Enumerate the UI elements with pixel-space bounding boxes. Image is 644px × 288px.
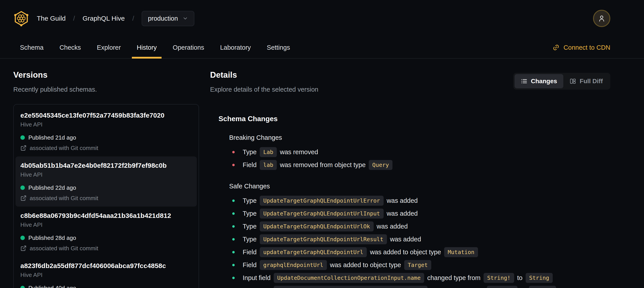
change-text: Input field <box>243 287 270 288</box>
change-text: Field <box>243 261 256 269</box>
tab-schema[interactable]: Schema <box>15 37 48 58</box>
full-diff-view-button[interactable]: Full Diff <box>563 74 609 88</box>
version-hash: e2e55045345ce13fe07f52a77459b83fa3fe7020 <box>20 112 192 119</box>
tab-settings[interactable]: Settings <box>262 37 295 58</box>
code-badge: UpdateTargetGraphQLEndpointUrlError <box>260 196 384 206</box>
schema-change-item: TypeLabwas removed <box>232 146 610 159</box>
change-text: to <box>517 274 522 281</box>
tab-label: Operations <box>173 44 204 51</box>
git-commit-link[interactable]: associated with Git commit <box>20 195 192 201</box>
link-icon <box>552 44 560 51</box>
hive-logo-icon[interactable] <box>13 10 29 27</box>
safe-changes-title: Safe Changes <box>218 183 610 190</box>
tab-label: History <box>137 44 157 51</box>
breaking-bullet-icon <box>232 164 235 166</box>
code-badge: UpdateDocumentCollectionOperationInput.n… <box>274 273 424 283</box>
tab-label: Explorer <box>97 44 121 51</box>
version-status: Published 22d ago <box>20 184 192 191</box>
change-text: was added <box>387 210 418 217</box>
published-text: Published 21d ago <box>28 134 76 141</box>
main-nav: SchemaChecksExplorerHistoryOperationsLab… <box>0 37 644 59</box>
version-card[interactable]: a823f6db2a55df877dcf406006abca97fcc4858c… <box>16 257 197 288</box>
tab-history[interactable]: History <box>132 37 162 58</box>
changes-view-button[interactable]: Changes <box>514 74 563 88</box>
connect-to-cdn-label: Connect to CDN <box>564 44 610 51</box>
safe-bullet-icon <box>232 238 235 240</box>
user-menu-button[interactable] <box>593 10 610 27</box>
columns-icon <box>570 78 576 85</box>
change-text: Type <box>243 223 256 230</box>
tab-explorer[interactable]: Explorer <box>92 37 126 58</box>
version-service: Hive API <box>20 272 192 278</box>
versions-subtitle: Recently published schemas. <box>13 85 199 94</box>
external-link-icon <box>20 145 26 151</box>
change-text: was added to object type <box>370 248 441 256</box>
code-badge: String <box>529 286 556 288</box>
tab-label: Schema <box>20 44 44 51</box>
schema-change-item: Fieldlabwas removed from object typeQuer… <box>232 159 610 171</box>
chevron-down-icon <box>182 16 188 21</box>
version-hash: c8b6e88a06793b9c4dfd54aaa21b36a1b421d812 <box>20 212 192 219</box>
published-dot <box>20 286 25 288</box>
code-badge: UpdateTargetGraphQLEndpointUrlOk <box>260 221 374 231</box>
schema-change-item: Input fieldUpdateDocumentCollectionOpera… <box>232 271 610 284</box>
breadcrumb-separator: / <box>73 15 75 22</box>
versions-title: Versions <box>13 70 199 80</box>
view-toggle: Changes Full Diff <box>513 73 610 90</box>
change-text: was removed <box>280 148 318 156</box>
git-commit-link[interactable]: associated with Git commit <box>20 145 192 151</box>
published-dot <box>20 236 25 240</box>
change-text: Field <box>243 161 256 169</box>
safe-bullet-icon <box>232 199 235 202</box>
version-card[interactable]: e2e55045345ce13fe07f52a77459b83fa3fe7020… <box>16 106 197 156</box>
main-content: Versions Recently published schemas. e2e… <box>0 59 644 288</box>
safe-bullet-icon <box>232 277 235 279</box>
tab-operations[interactable]: Operations <box>168 37 209 58</box>
git-commit-text: associated with Git commit <box>30 145 98 151</box>
code-badge: String! <box>484 273 514 283</box>
schema-change-item: FieldgraphqlEndpointUrlwas added to obje… <box>232 259 610 271</box>
change-text: to <box>520 287 526 288</box>
code-badge: graphqlEndpointUrl <box>260 260 327 270</box>
code-badge: UpdateTargetGraphQLEndpointUrlResult <box>260 234 387 244</box>
schema-change-item: TypeUpdateTargetGraphQLEndpointUrlResult… <box>232 233 610 246</box>
schema-change-item: TypeUpdateTargetGraphQLEndpointUrlInputw… <box>232 207 610 220</box>
change-text: was added <box>377 223 408 230</box>
safe-bullet-icon <box>232 225 235 228</box>
external-link-icon <box>20 245 26 251</box>
connect-to-cdn-button[interactable]: Connect to CDN <box>552 44 610 51</box>
code-badge: Query <box>369 160 392 170</box>
schema-change-item: TypeUpdateTargetGraphQLEndpointUrlErrorw… <box>232 194 610 207</box>
tab-checks[interactable]: Checks <box>54 37 86 58</box>
version-status: Published 28d ago <box>20 234 192 241</box>
change-text: changed type from <box>430 287 484 288</box>
breadcrumb-project[interactable]: GraphQL Hive <box>82 15 125 22</box>
safe-bullet-icon <box>232 212 235 215</box>
git-commit-text: associated with Git commit <box>30 195 98 201</box>
breadcrumb-org[interactable]: The Guild <box>37 15 66 22</box>
tab-laboratory[interactable]: Laboratory <box>215 37 256 58</box>
tab-label: Laboratory <box>220 44 251 51</box>
change-text: changed type from <box>427 274 480 281</box>
full-diff-view-label: Full Diff <box>580 78 603 85</box>
published-dot <box>20 135 25 140</box>
published-text: Published 40d ago <box>28 285 76 288</box>
version-hash: 4b05ab51b1b4a7e2e4b0ef82172f2b9f7ef98c0b <box>20 162 192 169</box>
git-commit-text: associated with Git commit <box>30 245 98 251</box>
git-commit-link[interactable]: associated with Git commit <box>20 245 192 251</box>
external-link-icon <box>20 195 26 201</box>
code-badge: Mutation <box>444 247 478 257</box>
target-select[interactable]: production <box>142 11 194 26</box>
safe-changes-list: TypeUpdateTargetGraphQLEndpointUrlErrorw… <box>218 194 610 288</box>
version-card[interactable]: c8b6e88a06793b9c4dfd54aaa21b36a1b421d812… <box>16 207 197 257</box>
safe-bullet-icon <box>232 264 235 266</box>
versions-panel: Versions Recently published schemas. e2e… <box>13 59 199 288</box>
version-card[interactable]: 4b05ab51b1b4a7e2e4b0ef82172f2b9f7ef98c0b… <box>16 156 197 207</box>
version-service: Hive API <box>20 171 192 178</box>
version-service: Hive API <box>20 222 192 228</box>
code-badge: UpdateTargetGraphQLEndpointUrlInput <box>260 209 384 218</box>
published-dot <box>20 185 25 190</box>
breadcrumb: The Guild / GraphQL Hive / production <box>37 11 194 26</box>
version-service: Hive API <box>20 121 192 128</box>
target-select-value: production <box>148 15 178 22</box>
